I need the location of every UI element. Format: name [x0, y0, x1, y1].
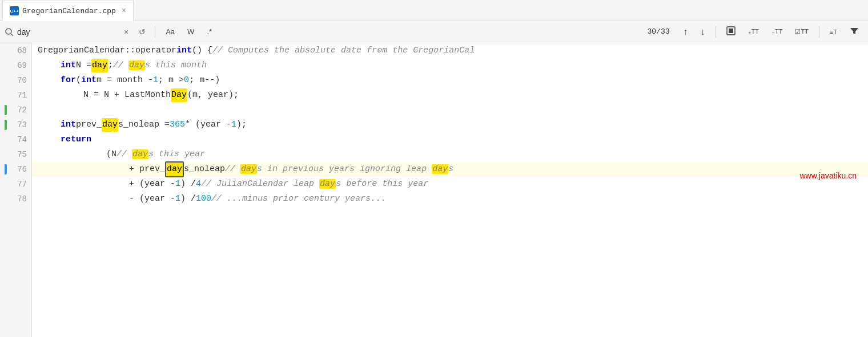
search-clear-button[interactable]: ×	[120, 26, 132, 38]
line-number: 78	[5, 192, 27, 206]
select-cursors-button[interactable]: ☑TT	[790, 27, 813, 36]
line-number: 72	[5, 103, 27, 117]
search-divider-2	[716, 26, 716, 38]
tab-close-button[interactable]: ×	[122, 6, 126, 15]
code-line: - (year - 1) / 100 // ...minus prior cen…	[32, 192, 868, 206]
line-number: 76	[5, 162, 27, 177]
line-number: 74	[5, 132, 27, 147]
search-bar: × ↺ Aa W .* 30/33 ↑ ↓ ₊TT ₋TT ☑TT ≡T	[0, 21, 868, 43]
prev-match-button[interactable]: ↑	[679, 26, 693, 38]
line-number: 75	[5, 147, 27, 162]
cpp-icon: C++	[10, 6, 19, 15]
svg-rect-3	[729, 29, 733, 33]
file-tab[interactable]: C++ GregorianCalendar.cpp ×	[2, 1, 134, 21]
search-undo-button[interactable]: ↺	[135, 26, 149, 38]
line-number: 70	[5, 73, 27, 88]
code-line: for (int m = month - 1; m > 0; m--)	[32, 73, 868, 88]
regex-button[interactable]: .*	[202, 26, 216, 37]
tab-bar: C++ GregorianCalendar.cpp ×	[0, 0, 868, 21]
line-number: 68	[5, 43, 27, 58]
svg-marker-4	[850, 28, 858, 34]
whole-word-button[interactable]: W	[183, 26, 199, 37]
select-match-button[interactable]	[722, 25, 740, 38]
next-match-button[interactable]: ↓	[696, 26, 710, 38]
preserve-case-button[interactable]: ≡T	[825, 27, 842, 36]
svg-line-1	[11, 34, 13, 36]
code-line: N = N + LastMonthDay(m, year);	[32, 88, 868, 103]
code-line: + prev_days_noleap // days in previous y…	[32, 162, 868, 177]
code-line: GregorianCalendar::operator int() { // C…	[32, 43, 868, 58]
search-divider-3	[819, 26, 819, 38]
code-line: int N = day; // days this month	[32, 58, 868, 73]
filter-button[interactable]	[845, 25, 863, 38]
code-line: return	[32, 132, 868, 147]
search-input[interactable]	[17, 27, 117, 36]
search-divider-1	[155, 26, 155, 38]
code-line: int prev_days_noleap = 365 * (year - 1);	[32, 117, 868, 132]
search-icon	[5, 27, 14, 36]
add-cursor-button[interactable]: ₊TT	[744, 27, 763, 36]
line-number: 69	[5, 58, 27, 73]
match-count: 30/33	[641, 27, 675, 36]
remove-cursor-button[interactable]: ₋TT	[767, 27, 787, 36]
code-area: 6869707172737475767778 GregorianCalendar…	[0, 43, 868, 337]
code-lines[interactable]: GregorianCalendar::operator int() { // C…	[32, 43, 868, 337]
tab-filename: GregorianCalendar.cpp	[22, 7, 116, 15]
code-line: (N // days this year	[32, 147, 868, 162]
line-number: 71	[5, 88, 27, 103]
code-line: + (year - 1) / 4 // JulianCalendar leap …	[32, 177, 868, 192]
line-number: 73	[5, 117, 27, 132]
line-number: 77	[5, 177, 27, 192]
match-case-button[interactable]: Aa	[161, 26, 179, 37]
code-line	[32, 103, 868, 117]
svg-point-0	[6, 29, 11, 34]
line-numbers: 6869707172737475767778	[0, 43, 32, 337]
